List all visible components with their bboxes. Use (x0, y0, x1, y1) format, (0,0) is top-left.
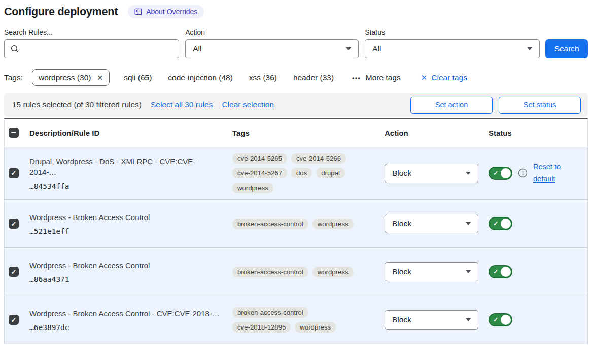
rule-tags-cell: cve-2014-5265cve-2014-5266cve-2014-5267d… (232, 153, 385, 193)
tag-option[interactable]: xss (36) (249, 73, 277, 82)
rule-action-cell: Block (385, 164, 489, 183)
action-filter-group: Action All (185, 28, 359, 58)
chevron-down-icon (527, 47, 532, 50)
rule-tag: cve-2014-5267 (232, 168, 287, 178)
configure-deployment-page: Configure deployment About Overrides Sea… (0, 0, 592, 344)
set-action-button[interactable]: Set action (410, 97, 493, 114)
rule-description: Wordpress - Broken Access Control (29, 212, 221, 223)
rule-action-cell: Block (385, 310, 489, 330)
check-icon: ✓ (11, 317, 17, 323)
more-tags-label: More tags (366, 73, 401, 82)
search-rules-group: Search Rules... (4, 28, 179, 58)
rule-id: …86aa4371 (29, 275, 221, 283)
rule-description: Drupal, Wordpress - DoS - XMLRPC - CVE:C… (29, 156, 221, 177)
row-checkbox[interactable]: ✓ (9, 168, 19, 178)
selected-tag-chip[interactable]: wordpress (30) ✕ (32, 69, 110, 86)
status-toggle[interactable]: ✓ (489, 167, 512, 180)
rule-action-select[interactable]: Block (385, 310, 478, 330)
status-filter-value: All (372, 44, 381, 53)
select-all-link[interactable]: Select all 30 rules (151, 100, 213, 110)
rule-tag: broken-access-control (232, 219, 308, 229)
row-checkbox[interactable]: ✓ (9, 315, 19, 325)
check-icon: ✓ (11, 269, 17, 275)
rule-id: …521e1eff (29, 227, 221, 235)
tag-option[interactable]: header (33) (293, 73, 334, 82)
rule-status-cell: ✓ (489, 313, 587, 326)
rule-tag: broken-access-control (232, 307, 308, 318)
book-icon (134, 8, 142, 15)
toggle-knob (501, 168, 511, 178)
table-row: ✓Wordpress - Broken Access Control…521e1… (5, 200, 587, 248)
column-header-status: Status (489, 129, 587, 137)
row-checkbox-cell: ✓ (5, 168, 29, 178)
chevron-down-icon (466, 172, 471, 175)
rule-id: …6e3897dc (29, 323, 221, 332)
rule-tag: cve-2014-5265 (232, 153, 287, 164)
check-icon: ✓ (11, 221, 17, 227)
tag-option[interactable]: code-injection (48) (168, 73, 233, 82)
rule-action-select[interactable]: Block (385, 214, 478, 233)
rules-table: Description/Rule ID Tags Action Status ✓… (4, 118, 588, 344)
chevron-down-icon (466, 222, 471, 225)
status-toggle[interactable]: ✓ (489, 217, 512, 230)
check-icon: ✓ (493, 220, 498, 227)
table-row: ✓Wordpress - Broken Access Control…86aa4… (5, 248, 587, 296)
rule-description-cell: Wordpress - Broken Access Control…86aa43… (29, 260, 232, 283)
selection-summary: 15 rules selected (of 30 filtered rules) (12, 100, 142, 110)
rule-tags-cell: broken-access-controlcve-2018-12895wordp… (232, 307, 385, 333)
table-row: ✓Wordpress - Broken Access Control - CVE… (5, 296, 587, 344)
rule-description-cell: Drupal, Wordpress - DoS - XMLRPC - CVE:C… (29, 156, 232, 190)
toggle-knob (501, 315, 511, 325)
chevron-down-icon (346, 47, 351, 50)
clear-selection-link[interactable]: Clear selection (222, 100, 274, 110)
column-header-action: Action (385, 129, 489, 137)
rule-tag: broken-access-control (232, 267, 308, 277)
info-icon[interactable] (518, 168, 528, 178)
search-input[interactable] (4, 39, 179, 58)
table-body: ✓Drupal, Wordpress - DoS - XMLRPC - CVE:… (5, 147, 587, 344)
rule-action-value: Block (392, 315, 411, 324)
row-checkbox[interactable]: ✓ (9, 267, 19, 277)
row-checkbox-cell: ✓ (5, 267, 29, 277)
tag-options: sqli (65)code-injection (48)xss (36)head… (124, 73, 350, 82)
rule-description-cell: Wordpress - Broken Access Control - CVE:… (29, 308, 232, 332)
clear-tags-link[interactable]: ✕ Clear tags (421, 73, 467, 82)
tag-option[interactable]: sqli (65) (124, 73, 152, 82)
reset-to-default-link[interactable]: Reset to default (533, 161, 565, 186)
rule-action-select[interactable]: Block (385, 164, 478, 183)
rule-tag: wordpress (312, 219, 354, 229)
rule-status-cell: ✓Reset to default (489, 161, 587, 186)
status-toggle[interactable]: ✓ (489, 313, 512, 326)
page-header: Configure deployment About Overrides (4, 5, 588, 18)
status-filter-group: Status All (365, 28, 540, 58)
action-filter-select[interactable]: All (185, 39, 359, 58)
check-icon: ✓ (11, 170, 17, 176)
clear-tags-label: Clear tags (431, 73, 467, 82)
rule-tag: cve-2014-5266 (291, 153, 346, 164)
rule-action-select[interactable]: Block (385, 262, 478, 281)
close-icon: ✕ (421, 73, 428, 82)
column-header-description: Description/Rule ID (29, 129, 232, 137)
rule-tag: wordpress (295, 322, 336, 333)
rule-action-value: Block (392, 267, 411, 276)
remove-tag-icon[interactable]: ✕ (97, 74, 103, 82)
rule-id: …84534ffa (29, 182, 221, 190)
search-button[interactable]: Search (545, 39, 588, 58)
rule-tag: dos (291, 168, 312, 178)
page-title: Configure deployment (4, 6, 118, 18)
chevron-down-icon (466, 318, 471, 321)
rule-description: Wordpress - Broken Access Control - CVE:… (29, 308, 221, 319)
status-filter-select[interactable]: All (365, 39, 540, 58)
row-checkbox[interactable]: ✓ (9, 219, 19, 229)
chevron-down-icon (466, 270, 471, 273)
rule-status-cell: ✓ (489, 265, 587, 278)
filter-bar: Search Rules... Action All Status All Se… (4, 28, 588, 58)
about-overrides-badge[interactable]: About Overrides (128, 5, 204, 18)
rule-action-value: Block (392, 219, 411, 228)
rule-action-cell: Block (385, 262, 489, 281)
status-toggle[interactable]: ✓ (489, 265, 512, 278)
select-all-checkbox[interactable] (9, 128, 19, 138)
tags-label: Tags: (4, 73, 23, 82)
set-status-button[interactable]: Set status (499, 97, 581, 114)
more-tags-button[interactable]: ••• More tags (352, 73, 401, 82)
